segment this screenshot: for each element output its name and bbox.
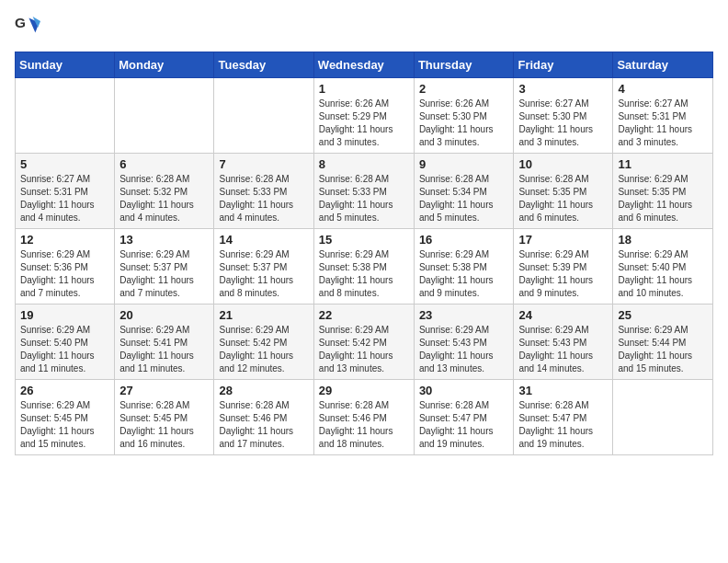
- day-info: Sunrise: 6:26 AMSunset: 5:29 PMDaylight:…: [319, 98, 409, 149]
- col-header-tuesday: Tuesday: [214, 52, 313, 78]
- calendar-cell: [613, 380, 713, 455]
- day-info: Sunrise: 6:29 AMSunset: 5:40 PMDaylight:…: [20, 324, 109, 375]
- day-number: 28: [219, 384, 308, 397]
- day-number: 3: [518, 82, 608, 96]
- col-header-sunday: Sunday: [16, 52, 115, 78]
- day-number: 27: [119, 384, 209, 397]
- calendar-cell: 27Sunrise: 6:28 AMSunset: 5:45 PMDayligh…: [115, 380, 214, 455]
- day-number: 6: [119, 157, 209, 171]
- calendar-cell: 28Sunrise: 6:28 AMSunset: 5:46 PMDayligh…: [214, 380, 313, 455]
- calendar-cell: 16Sunrise: 6:29 AMSunset: 5:38 PMDayligh…: [414, 229, 514, 304]
- calendar-cell: 14Sunrise: 6:29 AMSunset: 5:37 PMDayligh…: [214, 229, 313, 304]
- day-number: 11: [618, 157, 708, 171]
- day-info: Sunrise: 6:29 AMSunset: 5:42 PMDaylight:…: [319, 324, 409, 375]
- calendar-cell: 30Sunrise: 6:28 AMSunset: 5:47 PMDayligh…: [414, 380, 514, 455]
- day-number: 19: [20, 308, 109, 322]
- day-number: 30: [419, 384, 509, 397]
- day-info: Sunrise: 6:28 AMSunset: 5:33 PMDaylight:…: [219, 173, 308, 224]
- calendar-cell: 15Sunrise: 6:29 AMSunset: 5:38 PMDayligh…: [313, 229, 414, 304]
- day-info: Sunrise: 6:29 AMSunset: 5:45 PMDaylight:…: [20, 399, 109, 451]
- calendar-cell: 24Sunrise: 6:29 AMSunset: 5:43 PMDayligh…: [514, 304, 613, 380]
- calendar-cell: 25Sunrise: 6:29 AMSunset: 5:44 PMDayligh…: [613, 304, 713, 380]
- calendar-cell: [16, 78, 115, 154]
- calendar-cell: 6Sunrise: 6:28 AMSunset: 5:32 PMDaylight…: [115, 154, 214, 229]
- day-number: 5: [20, 157, 109, 171]
- day-info: Sunrise: 6:29 AMSunset: 5:43 PMDaylight:…: [419, 324, 509, 375]
- day-number: 21: [219, 308, 308, 322]
- day-info: Sunrise: 6:28 AMSunset: 5:45 PMDaylight:…: [119, 399, 209, 451]
- col-header-saturday: Saturday: [613, 52, 713, 78]
- day-info: Sunrise: 6:29 AMSunset: 5:37 PMDaylight:…: [119, 248, 209, 300]
- day-number: 12: [20, 233, 109, 247]
- day-number: 7: [219, 157, 308, 171]
- calendar-cell: 12Sunrise: 6:29 AMSunset: 5:36 PMDayligh…: [16, 229, 115, 304]
- day-number: 1: [319, 82, 409, 96]
- calendar-cell: 22Sunrise: 6:29 AMSunset: 5:42 PMDayligh…: [313, 304, 414, 380]
- day-number: 17: [518, 233, 608, 247]
- col-header-wednesday: Wednesday: [313, 52, 414, 78]
- day-number: 8: [319, 157, 409, 171]
- day-number: 20: [119, 308, 209, 322]
- calendar-cell: 26Sunrise: 6:29 AMSunset: 5:45 PMDayligh…: [16, 380, 115, 455]
- day-number: 23: [419, 308, 509, 322]
- col-header-friday: Friday: [514, 52, 613, 78]
- day-number: 9: [419, 157, 509, 171]
- day-info: Sunrise: 6:29 AMSunset: 5:35 PMDaylight:…: [618, 173, 708, 224]
- day-number: 14: [219, 233, 308, 247]
- calendar-cell: 8Sunrise: 6:28 AMSunset: 5:33 PMDaylight…: [313, 154, 414, 229]
- day-info: Sunrise: 6:28 AMSunset: 5:46 PMDaylight:…: [319, 399, 409, 451]
- calendar-cell: 17Sunrise: 6:29 AMSunset: 5:39 PMDayligh…: [514, 229, 613, 304]
- calendar-table: SundayMondayTuesdayWednesdayThursdayFrid…: [15, 52, 713, 455]
- day-info: Sunrise: 6:29 AMSunset: 5:38 PMDaylight:…: [319, 248, 409, 300]
- day-number: 10: [518, 157, 608, 171]
- day-info: Sunrise: 6:28 AMSunset: 5:47 PMDaylight:…: [419, 399, 509, 451]
- calendar-cell: 4Sunrise: 6:27 AMSunset: 5:31 PMDaylight…: [613, 78, 713, 154]
- calendar-cell: 9Sunrise: 6:28 AMSunset: 5:34 PMDaylight…: [414, 154, 514, 229]
- calendar-cell: 5Sunrise: 6:27 AMSunset: 5:31 PMDaylight…: [16, 154, 115, 229]
- day-number: 25: [618, 308, 708, 322]
- day-info: Sunrise: 6:26 AMSunset: 5:30 PMDaylight:…: [419, 98, 509, 149]
- calendar-cell: 21Sunrise: 6:29 AMSunset: 5:42 PMDayligh…: [214, 304, 313, 380]
- day-number: 13: [119, 233, 209, 247]
- day-number: 18: [618, 233, 708, 247]
- col-header-thursday: Thursday: [414, 52, 514, 78]
- day-number: 29: [319, 384, 409, 397]
- calendar-cell: 11Sunrise: 6:29 AMSunset: 5:35 PMDayligh…: [613, 154, 713, 229]
- day-info: Sunrise: 6:29 AMSunset: 5:44 PMDaylight:…: [618, 324, 708, 375]
- calendar-cell: 1Sunrise: 6:26 AMSunset: 5:29 PMDaylight…: [313, 78, 414, 154]
- day-number: 26: [20, 384, 109, 397]
- day-info: Sunrise: 6:28 AMSunset: 5:32 PMDaylight:…: [119, 173, 209, 224]
- calendar-cell: 2Sunrise: 6:26 AMSunset: 5:30 PMDaylight…: [414, 78, 514, 154]
- day-info: Sunrise: 6:28 AMSunset: 5:46 PMDaylight:…: [219, 399, 308, 451]
- day-info: Sunrise: 6:27 AMSunset: 5:30 PMDaylight:…: [518, 98, 608, 149]
- day-number: 24: [518, 308, 608, 322]
- calendar-cell: 7Sunrise: 6:28 AMSunset: 5:33 PMDaylight…: [214, 154, 313, 229]
- day-info: Sunrise: 6:29 AMSunset: 5:41 PMDaylight:…: [119, 324, 209, 375]
- day-info: Sunrise: 6:28 AMSunset: 5:35 PMDaylight:…: [518, 173, 608, 224]
- day-info: Sunrise: 6:29 AMSunset: 5:43 PMDaylight:…: [518, 324, 608, 375]
- calendar-cell: 19Sunrise: 6:29 AMSunset: 5:40 PMDayligh…: [16, 304, 115, 380]
- day-info: Sunrise: 6:28 AMSunset: 5:47 PMDaylight:…: [518, 399, 608, 451]
- calendar-cell: 3Sunrise: 6:27 AMSunset: 5:30 PMDaylight…: [514, 78, 613, 154]
- col-header-monday: Monday: [115, 52, 214, 78]
- day-info: Sunrise: 6:29 AMSunset: 5:42 PMDaylight:…: [219, 324, 308, 375]
- logo-icon: G: [15, 15, 40, 40]
- calendar-cell: 29Sunrise: 6:28 AMSunset: 5:46 PMDayligh…: [313, 380, 414, 455]
- day-info: Sunrise: 6:27 AMSunset: 5:31 PMDaylight:…: [20, 173, 109, 224]
- calendar-cell: 23Sunrise: 6:29 AMSunset: 5:43 PMDayligh…: [414, 304, 514, 380]
- calendar-cell: 20Sunrise: 6:29 AMSunset: 5:41 PMDayligh…: [115, 304, 214, 380]
- calendar-cell: 10Sunrise: 6:28 AMSunset: 5:35 PMDayligh…: [514, 154, 613, 229]
- day-info: Sunrise: 6:29 AMSunset: 5:36 PMDaylight:…: [20, 248, 109, 300]
- calendar-cell: 18Sunrise: 6:29 AMSunset: 5:40 PMDayligh…: [613, 229, 713, 304]
- day-number: 15: [319, 233, 409, 247]
- day-info: Sunrise: 6:29 AMSunset: 5:39 PMDaylight:…: [518, 248, 608, 300]
- day-number: 4: [618, 82, 708, 96]
- day-info: Sunrise: 6:29 AMSunset: 5:40 PMDaylight:…: [618, 248, 708, 300]
- day-number: 31: [518, 384, 608, 397]
- logo: G: [15, 15, 44, 40]
- day-info: Sunrise: 6:29 AMSunset: 5:37 PMDaylight:…: [219, 248, 308, 300]
- day-info: Sunrise: 6:27 AMSunset: 5:31 PMDaylight:…: [618, 98, 708, 149]
- calendar-cell: [214, 78, 313, 154]
- day-number: 2: [419, 82, 509, 96]
- day-number: 22: [319, 308, 409, 322]
